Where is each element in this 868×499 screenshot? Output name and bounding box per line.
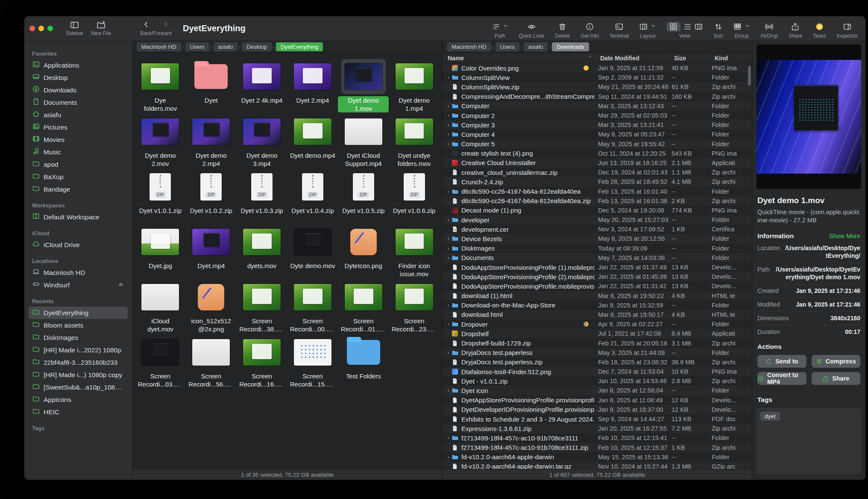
grid-item[interactable]: Dyet.mp4: [186, 223, 237, 278]
table-row[interactable]: CompressingAndDecompre...ithStreamCompre…: [443, 92, 752, 101]
grid-item[interactable]: Screen Recordi...00.mov: [287, 278, 338, 333]
scrollbar-thumb[interactable]: [748, 66, 751, 86]
grid-item[interactable]: Screen Recordi...16.mov: [237, 333, 287, 388]
tags-box[interactable]: dyet: [757, 408, 861, 475]
sidebar-item-22bf4af8-3-235160b233[interactable]: 22bf4af8-3...235160b233: [29, 356, 128, 369]
tool-sort[interactable]: Sort: [713, 21, 723, 39]
disclosure-chevron-icon[interactable]: ›: [446, 350, 451, 356]
grid-item[interactable]: dyets.mov: [237, 223, 287, 278]
grid-item[interactable]: Screen Recordi...01.mov: [338, 278, 389, 333]
grid-item[interactable]: Dyet v1.0.2.zip: [186, 168, 237, 223]
tool-inspector[interactable]: Inspector: [837, 21, 858, 39]
tag-chip[interactable]: dyet: [760, 412, 780, 421]
table-row[interactable]: download (1).htmlMar 8, 2025 at 19:50:22…: [443, 291, 752, 301]
disclosure-chevron-icon[interactable]: ›: [446, 74, 451, 80]
disclosure-chevron-icon[interactable]: ›: [446, 321, 451, 327]
tool-terminal[interactable]: Terminal: [610, 21, 629, 39]
grid-item[interactable]: icon_512x512@2x.png: [186, 278, 237, 333]
tool-path[interactable]: Path: [492, 21, 508, 39]
eject-icon[interactable]: [118, 281, 124, 289]
grid-item[interactable]: Dyet demo 3.mp4: [237, 112, 287, 168]
show-more-link[interactable]: Show More: [829, 233, 860, 239]
breadcrumb-asiafu[interactable]: asiafu: [524, 42, 548, 51]
disclosure-chevron-icon[interactable]: ›: [446, 112, 451, 118]
action-button-compress[interactable]: Compress: [812, 355, 861, 368]
table-row[interactable]: creative_cloud_uninstallermac.zipDec 19,…: [443, 168, 752, 177]
disclosure-chevron-icon[interactable]: ›: [446, 454, 451, 460]
sidebar-item-movies[interactable]: Movies: [29, 133, 128, 146]
table-row[interactable]: ›f2713499-18f4-457c-ac10-91b708ce3111Feb…: [443, 433, 752, 443]
table-row[interactable]: ›Computer 3Mar 3, 2025 at 13:21:41--Fold…: [443, 120, 752, 130]
table-row[interactable]: ›developerMay 20, 2025 at 15:27:03--Fold…: [443, 215, 752, 224]
breadcrumb-macintosh-hd[interactable]: Macintosh HD: [137, 42, 181, 51]
disclosure-chevron-icon[interactable]: ›: [446, 131, 451, 137]
disclosure-chevron-icon[interactable]: ›: [446, 255, 451, 261]
sidebar-item-apod[interactable]: apod: [29, 158, 128, 171]
table-row[interactable]: ›ComputerMar 3, 2025 at 13:12:43--Folder: [443, 101, 752, 111]
table-row[interactable]: f2713499-18f4-457c-ac10-91b708ce3111.zip…: [443, 443, 752, 452]
table-row[interactable]: ›DocumentsMay 7, 2025 at 14:03:36--Folde…: [443, 253, 752, 263]
table-row[interactable]: DropshelfJul 1, 2021 at 17:42:088.4 MBAp…: [443, 329, 752, 338]
grid-item[interactable]: DyteIcon.png: [338, 223, 389, 278]
sidebar-item-diskimages[interactable]: DiskImages: [29, 331, 128, 344]
grid-item[interactable]: Dyet 2 4k.mp4: [237, 57, 287, 112]
table-row[interactable]: Dtafalonso-Ios8-Finder.512.pngDec 7, 202…: [443, 367, 752, 376]
grid-item[interactable]: Dyet demo 1.mov: [338, 57, 389, 112]
table-row[interactable]: DodoAppStoreProvisioningProfile.mobilepr…: [443, 281, 752, 291]
grid-item[interactable]: Dyet v1.0.4.zip: [287, 168, 338, 223]
column-header-date-modified[interactable]: Date Modified: [596, 55, 670, 62]
grid-item[interactable]: Finder icon issue.mov: [389, 223, 440, 278]
action-button-convert-to-mp4[interactable]: Convert to MP4: [757, 372, 806, 385]
table-row[interactable]: ›fd-v10.2.0-aarch64-apple-darwinMay 15, …: [443, 452, 752, 462]
table-row[interactable]: download.htmlMar 8, 2025 at 19:50:174 KB…: [443, 310, 752, 319]
table-row[interactable]: Expressions-1.3.6.61.zipJan 20, 2025 at …: [443, 424, 752, 433]
table-row[interactable]: DodoAppStoreProvisioningProfile (2).mobi…: [443, 272, 752, 281]
column-header-size[interactable]: Size: [670, 55, 711, 62]
table-row[interactable]: DryjaDocs test.paperless.zipFeb 18, 2025…: [443, 357, 752, 367]
column-header-name[interactable]: Name⌃: [443, 55, 596, 62]
tool-group[interactable]: Group: [733, 21, 750, 39]
breadcrumb-macintosh-hd[interactable]: Macintosh HD: [447, 42, 491, 51]
grid-item[interactable]: Dyte demo.mov: [287, 223, 338, 278]
table-row[interactable]: Color Overrides.pngJan 9, 2025 at 21:12:…: [443, 63, 752, 73]
table-row[interactable]: Decast mode (1).pngDec 5, 2024 at 19:20:…: [443, 206, 752, 215]
table-row[interactable]: ›Dyet iconJan 8, 2025 at 12:56:04--Folde…: [443, 386, 752, 395]
action-button-share[interactable]: Share: [812, 372, 861, 385]
grid-item[interactable]: Dyet iCloud Support.mp4: [338, 112, 389, 168]
sidebar-item-applications[interactable]: Applications: [29, 59, 128, 71]
table-row[interactable]: DodoAppStoreProvisioningProfile (1).mobi…: [443, 263, 752, 272]
grid-item[interactable]: Dyet v1.0.3.zip: [237, 168, 287, 223]
grid-item[interactable]: Dyet v1.0.5.zip: [338, 168, 389, 223]
table-row[interactable]: DyetAppStoreProvisioningProfile.provisio…: [443, 396, 752, 405]
grid-item[interactable]: Screen Recordi...03.mov: [135, 333, 186, 388]
sidebar-item-bandage[interactable]: Bandage: [29, 183, 128, 195]
grid-item[interactable]: Dyet demo 2.mp4: [186, 112, 237, 168]
sidebar-item-documents[interactable]: Documents: [29, 96, 128, 109]
grid-item[interactable]: Dyet demo.mp4: [287, 112, 338, 168]
disclosure-chevron-icon[interactable]: ›: [446, 141, 451, 147]
zoom-button[interactable]: [47, 26, 53, 31]
disclosure-chevron-icon[interactable]: ›: [446, 245, 451, 251]
breadcrumb-users[interactable]: Users: [185, 42, 209, 51]
table-row[interactable]: Exhibits to Schedule 2 and 3 - 29 August…: [443, 414, 752, 424]
table-row[interactable]: create stylish text (4).pngOct 11, 2024 …: [443, 149, 752, 158]
grid-item[interactable]: Screen Recordi...56.mov: [186, 333, 237, 388]
sidebar-item-default-workspace[interactable]: Default Workspace: [29, 211, 128, 223]
table-row[interactable]: ColumnSplitView.zipMay 21, 2025 at 20:24…: [443, 82, 752, 92]
tool-share[interactable]: Share: [789, 21, 802, 39]
sidebar-item-music[interactable]: Music: [29, 146, 128, 158]
tool-tasks[interactable]: Tasks: [813, 21, 826, 39]
disclosure-chevron-icon[interactable]: ›: [446, 236, 451, 242]
table-row[interactable]: d6c8c590-cc26-4167-b64a-812eafda40ea.zip…: [443, 196, 752, 206]
sidebar-item-appicons[interactable]: AppIcons: [29, 393, 128, 406]
table-row[interactable]: fd-v10.2.0-aarch64-apple-darwin.tar.gzNo…: [443, 462, 752, 469]
table-row[interactable]: ›Computer 4May 8, 2025 at 05:23:47--Fold…: [443, 130, 752, 139]
table-row[interactable]: ›Computer 2Mar 29, 2025 at 02:05:03--Fol…: [443, 111, 752, 120]
tool-get-info[interactable]: Get Info: [581, 21, 599, 39]
tool-view[interactable]: View: [666, 21, 703, 39]
column-header-kind[interactable]: Kind: [711, 55, 752, 62]
grid-item[interactable]: iCloud dyet.mov: [135, 278, 186, 333]
table-row[interactable]: DyetDeveloperIDProvisioningProfile.provi…: [443, 405, 752, 414]
disclosure-chevron-icon[interactable]: ›: [446, 302, 451, 308]
tool-layout[interactable]: Layout: [639, 21, 656, 39]
